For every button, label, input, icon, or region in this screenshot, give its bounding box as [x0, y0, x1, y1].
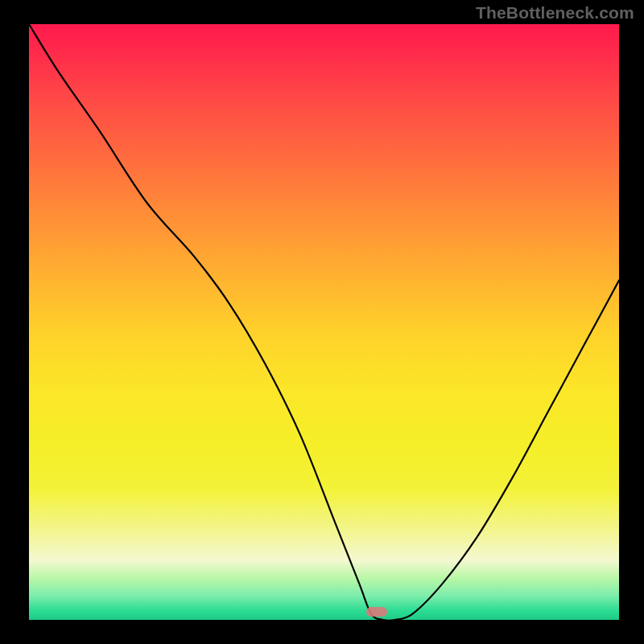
chart-container: TheBottleneck.com — [0, 0, 644, 644]
curve-path — [29, 24, 619, 620]
watermark-text: TheBottleneck.com — [476, 3, 634, 23]
bottleneck-curve — [29, 24, 619, 620]
plot-area — [29, 24, 619, 620]
optimal-marker — [366, 607, 387, 617]
